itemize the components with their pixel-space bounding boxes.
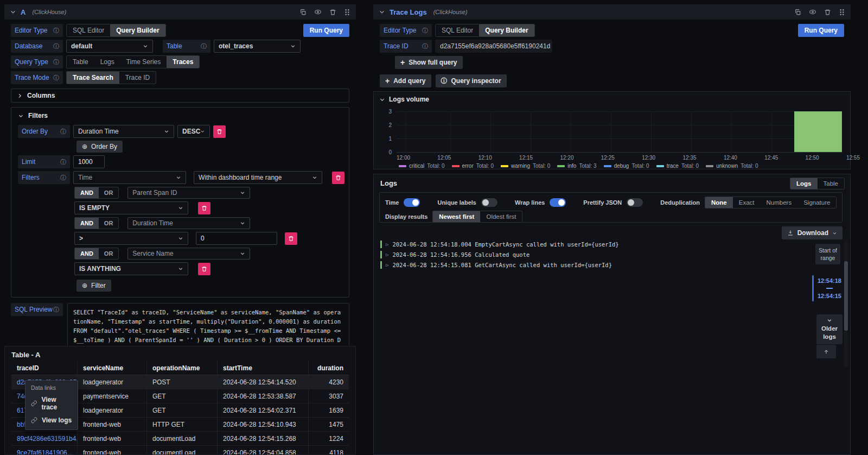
- info-icon[interactable]: ⓘ: [53, 43, 59, 49]
- info-icon[interactable]: ⓘ: [60, 159, 66, 165]
- parent-span-operator-select[interactable]: IS EMPTY: [74, 201, 188, 214]
- hide-response-icon[interactable]: [809, 8, 816, 16]
- time-filter-field-select[interactable]: Time: [73, 171, 186, 184]
- dedup-none[interactable]: None: [705, 197, 733, 208]
- sql-editor-option[interactable]: SQL Editor: [67, 24, 110, 36]
- info-icon[interactable]: ⓘ: [53, 59, 59, 65]
- or-option[interactable]: OR: [99, 248, 119, 259]
- trace-id-input[interactable]: d2a7155ef6a928a05680e5ff6190241d: [435, 40, 552, 53]
- run-query-button[interactable]: Run Query: [303, 24, 349, 37]
- dedup-exact[interactable]: Exact: [733, 197, 761, 208]
- info-icon[interactable]: ⓘ: [201, 43, 207, 49]
- trace-id-option[interactable]: Trace ID: [119, 72, 156, 84]
- legend-item-trace[interactable]: traceTotal: 0: [656, 163, 699, 169]
- query-builder-option[interactable]: Query Builder: [110, 24, 165, 36]
- info-icon[interactable]: ⓘ: [53, 75, 59, 81]
- legend-item-debug[interactable]: debugTotal: 0: [604, 163, 649, 169]
- download-button[interactable]: Download: [782, 226, 843, 239]
- info-icon[interactable]: ⓘ: [60, 129, 66, 135]
- query-builder-option[interactable]: Query Builder: [479, 24, 534, 36]
- or-option[interactable]: OR: [99, 218, 119, 229]
- column-header-operationname[interactable]: operationName: [147, 361, 218, 375]
- remove-service-filter-button[interactable]: [198, 263, 210, 275]
- add-query-button[interactable]: +Add query: [380, 74, 431, 87]
- legend-item-critical[interactable]: criticalTotal: 0: [399, 163, 445, 169]
- dedup-numbers[interactable]: Numbers: [761, 197, 798, 208]
- hide-response-icon[interactable]: [314, 8, 322, 16]
- add-filter-button[interactable]: ⊕Filter: [76, 280, 111, 292]
- query-type-table[interactable]: Table: [67, 56, 94, 68]
- remove-duration-filter-button[interactable]: [285, 232, 297, 245]
- service-operator-select[interactable]: IS ANYTHING: [74, 262, 188, 275]
- limit-input[interactable]: 1000: [73, 155, 105, 168]
- delete-query-icon[interactable]: [329, 9, 336, 16]
- legend-item-error[interactable]: errorTotal: 0: [452, 163, 494, 169]
- column-header-servicename[interactable]: serviceName: [78, 361, 147, 375]
- legend-item-unknown[interactable]: unknownTotal: 0: [706, 163, 758, 169]
- query-type-timeseries[interactable]: Time Series: [120, 56, 167, 68]
- time-toggle[interactable]: [404, 198, 420, 207]
- expand-caret-icon[interactable]: ▷: [386, 242, 388, 247]
- delete-query-icon[interactable]: [824, 9, 831, 16]
- expand-caret-icon[interactable]: ▷: [386, 252, 388, 257]
- drag-handle-icon[interactable]: [344, 9, 350, 16]
- remove-time-filter-button[interactable]: [332, 172, 344, 184]
- filters-section-toggle[interactable]: Filters: [18, 112, 342, 119]
- duplicate-query-icon[interactable]: [299, 9, 307, 16]
- oldest-first-option[interactable]: Oldest first: [480, 211, 522, 222]
- query-type-logs[interactable]: Logs: [94, 56, 120, 68]
- info-icon[interactable]: ⓘ: [53, 28, 59, 34]
- expand-caret-icon[interactable]: ▷: [386, 262, 388, 268]
- database-select[interactable]: default: [66, 40, 153, 53]
- or-option[interactable]: OR: [99, 187, 119, 198]
- query-ref[interactable]: A: [21, 8, 25, 16]
- order-direction-select[interactable]: DESC: [177, 125, 210, 138]
- and-option[interactable]: AND: [75, 248, 99, 259]
- info-icon[interactable]: ⓘ: [60, 175, 66, 181]
- logs-scrollbar-thumb[interactable]: [844, 261, 848, 331]
- query-inspector-button[interactable]: ⓘQuery inspector: [436, 74, 507, 87]
- column-header-duration[interactable]: duration: [309, 361, 349, 375]
- table-view-option[interactable]: Table: [818, 178, 845, 189]
- time-filter-operator-select[interactable]: Within dashboard time range: [194, 171, 322, 184]
- prettify-json-toggle[interactable]: [627, 198, 643, 207]
- and-option[interactable]: AND: [75, 218, 99, 229]
- columns-section-toggle[interactable]: Columns: [11, 89, 349, 103]
- duplicate-query-icon[interactable]: [794, 9, 801, 16]
- newest-first-option[interactable]: Newest first: [433, 211, 480, 222]
- info-logs-bar[interactable]: [794, 111, 842, 152]
- info-icon[interactable]: ⓘ: [422, 28, 428, 34]
- info-icon[interactable]: ⓘ: [53, 307, 59, 313]
- info-icon[interactable]: ⓘ: [422, 43, 428, 49]
- duration-operator-select[interactable]: >: [74, 232, 188, 245]
- add-order-by-button[interactable]: ⊕Order By: [76, 141, 123, 153]
- log-line[interactable]: ▷ 2024-06-28 12:54:15.081 GetCartAsync c…: [380, 261, 801, 269]
- remove-order-by-button[interactable]: [213, 125, 226, 138]
- query-ref[interactable]: Trace Logs: [390, 8, 427, 16]
- trace-id-link[interactable]: 9ce7faf61841906...: [11, 446, 78, 455]
- and-option[interactable]: AND: [75, 187, 99, 198]
- legend-item-warning[interactable]: warningTotal: 0: [501, 163, 550, 169]
- column-header-starttime[interactable]: startTime: [218, 361, 309, 375]
- drag-handle-icon[interactable]: [839, 9, 845, 16]
- logs-view-option[interactable]: Logs: [790, 178, 817, 189]
- trace-id-link[interactable]: 89cf4286e631591b4...: [11, 432, 78, 445]
- log-line[interactable]: ▷ 2024-06-28 12:54:18.004 EmptyCartAsync…: [380, 241, 801, 248]
- trace-search-option[interactable]: Trace Search: [67, 72, 119, 84]
- scroll-to-top-button[interactable]: [816, 345, 836, 358]
- parent-span-field-select[interactable]: Parent Span ID: [127, 187, 250, 199]
- older-logs-button[interactable]: Older logs: [816, 314, 843, 344]
- sql-editor-option[interactable]: SQL Editor: [436, 24, 479, 36]
- show-full-query-button[interactable]: +Show full query: [395, 56, 463, 69]
- log-line[interactable]: ▷ 2024-06-28 12:54:16.956 Calculated quo…: [380, 251, 801, 258]
- wrap-lines-toggle[interactable]: [550, 198, 566, 207]
- collapse-chevron-icon[interactable]: [10, 9, 16, 15]
- logs-volume-chart[interactable]: 3 2 1 0: [397, 111, 843, 153]
- query-type-traces[interactable]: Traces: [167, 56, 199, 68]
- duration-value-input[interactable]: 0: [196, 232, 277, 245]
- legend-item-info[interactable]: infoTotal: 3: [557, 163, 596, 169]
- view-logs-menu-item[interactable]: View logs: [25, 414, 78, 427]
- remove-parent-span-filter-button[interactable]: [198, 202, 210, 214]
- dedup-signature[interactable]: Signature: [797, 197, 836, 208]
- table-select[interactable]: otel_traces: [214, 40, 301, 53]
